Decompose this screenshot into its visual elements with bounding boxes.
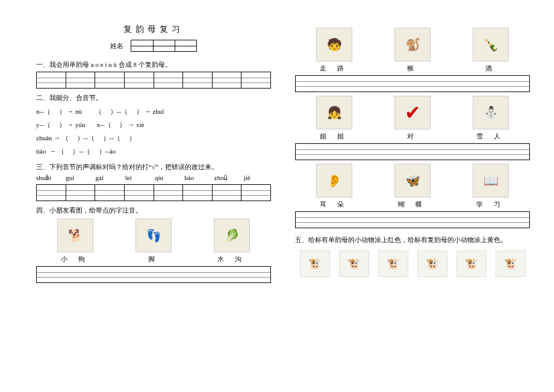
section2-heading: 二、我能分、合音节。 (36, 93, 271, 102)
section2-row[interactable]: n--（ ） → nù （ ）--（ ） → zhuī (36, 105, 271, 118)
picture-check-icon: ✔ (394, 96, 431, 129)
left-column: 复韵母复习 姓名 一、我会用单韵母 a o e i u ü 合成 8 个复韵母。… (36, 24, 271, 283)
syllable: gaī (96, 174, 123, 182)
name-label: 姓名 (110, 42, 123, 51)
name-row: 姓名 (36, 40, 271, 52)
picture-monkey-icon: 🐒 (394, 28, 431, 61)
picture-label: 小 狗 (36, 255, 114, 264)
label-row: 小 狗 脚 水 沟 (36, 255, 271, 264)
picture-label: 猴 (373, 64, 452, 73)
image-row: 👧 ✔ ⛄ (295, 96, 530, 129)
syllable: zhoǔ (214, 174, 241, 182)
right-column: 🧒 🐒 🍾 走 路 猴 酒 👧 ✔ ⛄ 姐 姐 对 雪 人 👂 🦋 📖 耳 朵 (295, 24, 530, 283)
picture-label: 对 (373, 132, 452, 141)
answer-line[interactable] (295, 211, 530, 228)
section1-answer-grid[interactable] (36, 72, 271, 89)
animal-icon[interactable]: 🐮 (456, 250, 487, 277)
section5-heading: 五、给标有单韵母的小动物涂上红色，给标有复韵母的小动物涂上黄色。 (295, 235, 530, 244)
picture-label: 耳 朵 (295, 200, 373, 209)
animal-icon[interactable]: 🐮 (417, 250, 447, 277)
picture-label: 酒 (452, 64, 530, 73)
answer-line[interactable] (295, 75, 530, 92)
syllable: jiě (244, 174, 271, 182)
label-row: 走 路 猴 酒 (295, 64, 530, 73)
animal-icon[interactable]: 🐮 (339, 250, 369, 277)
section2-row[interactable]: zhuān → （ ）--（ ）--（ ） (36, 131, 271, 145)
label-row: 耳 朵 蝴 蝶 学 习 (295, 200, 530, 209)
picture-foot-icon: 👣 (135, 219, 172, 252)
picture-snowman-icon: ⛄ (473, 96, 509, 129)
syllable: leí (125, 174, 152, 182)
picture-label: 脚 (114, 255, 193, 264)
image-row: 🧒 🐒 🍾 (295, 28, 530, 61)
picture-label: 蝴 蝶 (373, 200, 452, 209)
picture-walk-icon: 🧒 (316, 28, 352, 61)
syllable: qíu (155, 174, 182, 182)
answer-line[interactable] (295, 143, 530, 160)
picture-ear-icon: 👂 (316, 164, 352, 198)
picture-label: 姐 姐 (295, 132, 373, 141)
animal-icon[interactable]: 🐮 (378, 250, 408, 277)
section2-row[interactable]: tiào → （ ）--（ ）--ào (36, 145, 271, 158)
section3-answer-grid[interactable] (36, 184, 271, 201)
section5-animals[interactable]: 🐮 🐮 🐮 🐮 🐮 🐮 (295, 248, 530, 279)
syllable: guì (66, 174, 93, 182)
picture-label: 水 沟 (193, 255, 271, 264)
syllable: bāo (184, 174, 211, 182)
answer-line[interactable] (36, 266, 271, 283)
name-grid[interactable] (131, 40, 197, 52)
animal-icon[interactable]: 🐮 (496, 250, 526, 277)
label-row: 姐 姐 对 雪 人 (295, 132, 530, 141)
image-row: 👂 🦋 📖 (295, 164, 530, 198)
section1-heading: 一、我会用单韵母 a o e i u ü 合成 8 个复韵母。 (36, 60, 271, 69)
picture-wine-icon: 🍾 (473, 28, 509, 61)
picture-dog-icon: 🐕 (57, 219, 93, 252)
picture-sister-icon: 👧 (316, 96, 352, 129)
section3-heading: 三、下列音节的声调标对吗？给对的打“√”，把错误的改过来。 (36, 163, 271, 172)
picture-butterfly-icon: 🦋 (394, 164, 431, 198)
syllable: shuǎi (36, 174, 63, 182)
picture-label: 雪 人 (452, 132, 530, 141)
picture-label: 学 习 (452, 200, 530, 209)
picture-study-icon: 📖 (473, 164, 509, 198)
worksheet-title: 复韵母复习 (36, 24, 271, 35)
section2-row[interactable]: y--（ ） → yún x--（ ） → xiè (36, 118, 271, 131)
picture-ditch-icon: 🥬 (214, 219, 250, 252)
image-row: 🐕 👣 🥬 (36, 219, 271, 252)
animal-icon[interactable]: 🐮 (300, 250, 330, 277)
section3-syllables: shuǎi guì gaī leí qíu bāo zhoǔ jiě (36, 174, 271, 182)
picture-label: 走 路 (295, 64, 373, 73)
section4-heading: 四、小朋友看图，给带点的字注音。 (36, 206, 271, 215)
section2-body: n--（ ） → nù （ ）--（ ） → zhuī y--（ ） → yún… (36, 105, 271, 158)
